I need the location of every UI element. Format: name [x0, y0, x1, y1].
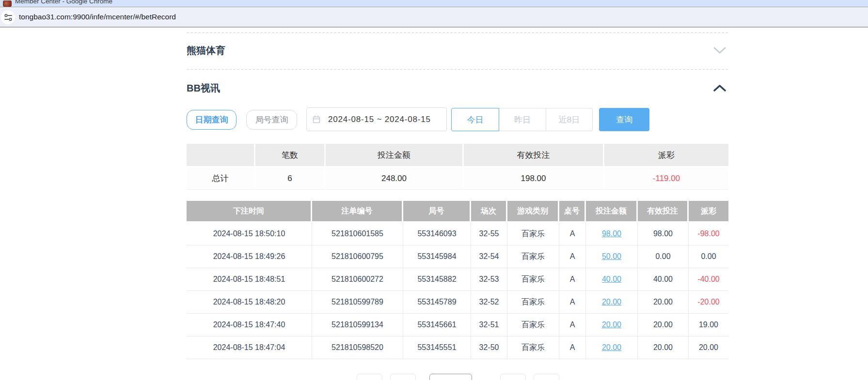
bet-cell: 32-52	[471, 291, 507, 313]
pagination-page-select[interactable]	[429, 374, 472, 380]
bet-cell: 20.00	[638, 314, 689, 336]
site-settings-button[interactable]	[1, 10, 15, 24]
bet-amount-link[interactable]: 20.00	[586, 291, 638, 313]
today-button[interactable]: 今日	[451, 108, 499, 131]
round-query-button[interactable]: 局号查询	[246, 110, 297, 130]
bet-records-table: 下注时间注单编号局号场次游戏类别桌号投注金额有效投注派彩 2024-08-15 …	[187, 201, 728, 359]
bet-cell: 553145551	[403, 336, 471, 359]
summary-header-cell: 投注金额	[326, 144, 464, 166]
bet-header-cell: 有效投注	[638, 201, 689, 221]
bet-amount-link[interactable]: 40.00	[586, 268, 638, 290]
bet-cell: 20.00	[638, 291, 689, 313]
summary-table: 笔数投注金额有效投注派彩 总计6248.00198.00-119.00	[187, 144, 728, 190]
payout-cell: -98.00	[689, 223, 728, 245]
date-query-button[interactable]: 日期查询	[187, 110, 237, 130]
bet-table-row: 2024-08-15 18:48:51521810600272553145882…	[187, 268, 728, 291]
bet-cell: 百家乐	[507, 268, 559, 290]
date-range-input[interactable]: 2024-08-15 ~ 2024-08-15	[306, 107, 447, 131]
bet-cell: 40.00	[638, 268, 689, 290]
summary-header-cell: 笔数	[255, 144, 326, 166]
bet-cell: 百家乐	[507, 245, 559, 268]
bet-cell: 32-53	[471, 268, 507, 290]
search-button[interactable]: 查询	[599, 108, 649, 131]
divider	[187, 69, 728, 70]
bet-cell: 32-51	[471, 314, 507, 336]
bet-cell: 521810600272	[312, 268, 403, 290]
bet-cell: 百家乐	[507, 223, 559, 245]
bet-cell: A	[559, 245, 586, 268]
bet-header-cell: 局号	[403, 201, 471, 221]
bet-header-cell: 注单编号	[312, 201, 403, 221]
bet-cell: 2024-08-15 18:49:26	[187, 245, 312, 268]
bet-cell: 521810599134	[312, 314, 403, 336]
bet-cell: 553145789	[403, 291, 471, 313]
bet-cell: 2024-08-15 18:48:51	[187, 268, 312, 290]
bet-amount-link[interactable]: 20.00	[586, 336, 638, 359]
last8days-button[interactable]: 近8日	[546, 108, 593, 131]
bet-cell: 553146093	[403, 223, 471, 245]
chevron-up-icon[interactable]	[713, 84, 726, 91]
summary-value-cell: 总计	[187, 167, 255, 190]
pagination-last-button[interactable]	[534, 374, 559, 380]
summary-value-cell: 198.00	[464, 167, 604, 190]
payout-cell: 19.00	[689, 314, 728, 336]
window-title: Member Center - Google Chrome	[15, 0, 112, 5]
bet-cell: 百家乐	[507, 291, 559, 313]
bet-cell: 553145882	[403, 268, 471, 290]
bet-table-row: 2024-08-15 18:50:10521810601585553146093…	[187, 223, 728, 245]
bet-cell: A	[559, 268, 586, 290]
pagination-prev-button[interactable]	[390, 374, 416, 380]
bet-cell: 2024-08-15 18:47:04	[187, 336, 312, 359]
bet-cell: 32-55	[471, 223, 507, 245]
tune-icon	[3, 13, 13, 22]
bet-cell: 百家乐	[507, 314, 559, 336]
pagination-next-button[interactable]	[500, 374, 526, 380]
calendar-icon	[313, 115, 320, 123]
bet-cell: A	[559, 314, 586, 336]
payout-cell: 0.00	[689, 245, 728, 268]
bet-cell: 521810599789	[312, 291, 403, 313]
bet-cell: A	[559, 291, 586, 313]
bet-amount-link[interactable]: 50.00	[586, 245, 638, 268]
bet-table-row: 2024-08-15 18:47:40521810599134553145661…	[187, 314, 728, 336]
bet-header-cell: 场次	[471, 201, 507, 221]
bet-header-cell: 下注时间	[187, 201, 312, 221]
payout-cell: -20.00	[689, 291, 728, 313]
bet-amount-link[interactable]: 98.00	[586, 223, 638, 245]
bet-table-row: 2024-08-15 18:47:04521810598520553145551…	[187, 336, 728, 359]
summary-header-row: 笔数投注金额有效投注派彩	[187, 144, 728, 166]
bet-cell: A	[559, 223, 586, 245]
payout-cell: 20.00	[689, 336, 728, 359]
chevron-down-icon[interactable]	[713, 47, 726, 54]
bet-table-row: 2024-08-15 18:48:20521810599789553145789…	[187, 291, 728, 314]
bet-header-cell: 派彩	[689, 201, 728, 221]
bet-cell: 32-50	[471, 336, 507, 359]
yesterday-button[interactable]: 昨日	[499, 108, 546, 131]
section-title-panda-sports[interactable]: 熊猫体育	[187, 44, 225, 57]
bet-header-cell: 桌号	[559, 201, 586, 221]
bet-cell: 553145661	[403, 314, 471, 336]
bet-cell: 20.00	[638, 336, 689, 359]
bet-table-row: 2024-08-15 18:49:26521810600795553145984…	[187, 245, 728, 268]
bet-cell: 2024-08-15 18:47:40	[187, 314, 312, 336]
section-title-bb-video[interactable]: BB视讯	[187, 82, 220, 95]
summary-header-cell: 派彩	[604, 144, 728, 166]
bet-table-body: 2024-08-15 18:50:10521810601585553146093…	[187, 223, 728, 359]
browser-address-bar: tongbao31.com:9900/infe/mcenter/#/betRec…	[0, 8, 868, 28]
bet-amount-link[interactable]: 20.00	[586, 314, 638, 336]
bet-cell: 0.00	[638, 245, 689, 268]
url-text: tongbao31.com:9900/infe/mcenter/#/betRec…	[19, 13, 176, 21]
bet-header-cell: 投注金额	[586, 201, 638, 221]
site-favicon	[3, 0, 12, 7]
pagination-first-button[interactable]	[357, 374, 382, 380]
summary-total-row: 总计6248.00198.00-119.00	[187, 166, 728, 190]
date-range-value: 2024-08-15 ~ 2024-08-15	[328, 115, 431, 124]
page-content: 熊猫体育 BB视讯 日期查询 局号查询 2024-08-15 ~ 2024-08…	[0, 28, 868, 380]
bet-cell: 521810600795	[312, 245, 403, 268]
bet-cell: 521810601585	[312, 223, 403, 245]
divider	[187, 32, 728, 33]
bet-cell: 98.00	[638, 223, 689, 245]
quick-date-segments: 今日 昨日 近8日	[451, 108, 593, 131]
bet-header-cell: 游戏类别	[507, 201, 559, 221]
bet-table-header-row: 下注时间注单编号局号场次游戏类别桌号投注金额有效投注派彩	[187, 201, 728, 221]
